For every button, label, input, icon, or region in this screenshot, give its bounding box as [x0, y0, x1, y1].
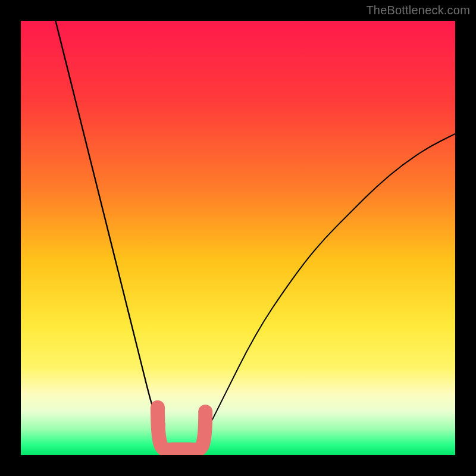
- chart-svg: [21, 21, 455, 455]
- valley-bead-2: [199, 406, 211, 418]
- valley-bead-0: [151, 401, 164, 414]
- plot-area: [21, 21, 455, 455]
- valley-bead-1: [151, 418, 165, 432]
- watermark-label: TheBottleneck.com: [366, 4, 470, 17]
- chart-frame: TheBottleneck.com: [0, 0, 476, 476]
- valley-bead-3: [198, 421, 211, 434]
- gradient-background: [21, 21, 455, 455]
